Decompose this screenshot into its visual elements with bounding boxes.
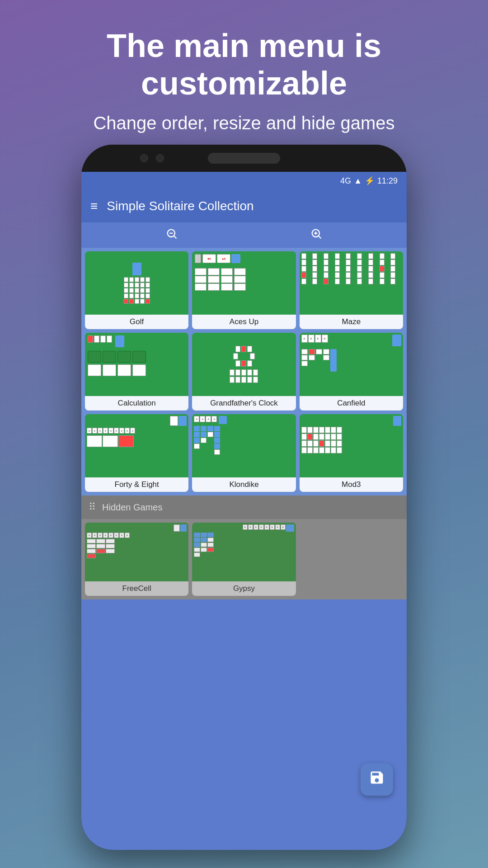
game-card-grandfathers-clock[interactable]: Grandfather's Clock: [192, 333, 296, 410]
time-display: 11:29: [377, 176, 398, 186]
game-card-forty-eight[interactable]: A A A A A A A A A: [85, 414, 188, 492]
game-preview-aces-up: ♥K ♦A: [192, 251, 296, 315]
app-title: Simple Solitaire Collection: [107, 199, 253, 213]
game-preview-klondike: A A A A: [192, 414, 296, 477]
status-bar: 4G ▲ ⚡ 11:29: [81, 172, 407, 190]
header-section: The main menu is customizable Change ord…: [0, 0, 488, 148]
app-bar: ≡ Simple Solitaire Collection: [81, 190, 407, 222]
game-label-calculation: Calculation: [85, 396, 188, 410]
battery-icon: ⚡: [365, 176, 375, 186]
main-title: The main menu is customizable: [36, 27, 452, 102]
game-label-aces-up: Aces Up: [192, 315, 296, 329]
drag-dots-icon: ⠿: [89, 501, 96, 513]
camera-right-icon: [156, 154, 164, 162]
game-card-calculation[interactable]: Calculation: [85, 333, 188, 410]
game-label-klondike: Klondike: [192, 477, 296, 492]
svg-line-4: [319, 236, 321, 238]
game-preview-maze: [300, 251, 403, 315]
game-preview-forty-eight: A A A A A A A A A: [85, 414, 188, 477]
hidden-games-bar: ⠿ Hidden Games: [81, 495, 407, 519]
camera-left-icon: [140, 154, 148, 162]
game-label-maze: Maze: [300, 315, 403, 329]
zoom-in-icon[interactable]: [310, 227, 323, 243]
main-subtitle: Change order, resize and hide games: [36, 111, 452, 135]
game-preview-grandfathers-clock: [192, 333, 296, 396]
hidden-preview-gypsy: A A A A A A A A: [192, 523, 296, 581]
hidden-label-gypsy: Gypsy: [192, 581, 296, 596]
signal-indicator: 4G: [340, 176, 351, 186]
save-icon: [369, 769, 385, 789]
game-label-golf: Golf: [85, 315, 188, 329]
game-label-mod3: Mod3: [300, 477, 403, 492]
game-card-aces-up[interactable]: ♥K ♦A: [192, 251, 296, 329]
zoom-out-icon[interactable]: [165, 227, 178, 243]
status-icons: 4G ▲ ⚡ 11:29: [340, 176, 398, 186]
hidden-game-freecell[interactable]: A A A A A A A A: [85, 523, 188, 596]
game-card-canfield[interactable]: K K K K: [300, 333, 403, 410]
svg-line-1: [174, 236, 176, 238]
game-card-klondike[interactable]: A A A A: [192, 414, 296, 492]
game-card-mod3[interactable]: Mod3: [300, 414, 403, 492]
game-label-grandfathers-clock: Grandfather's Clock: [192, 396, 296, 410]
game-grid: Golf ♥K ♦A: [81, 248, 407, 495]
phone-screen: 4G ▲ ⚡ 11:29 ≡ Simple Solitaire Collecti…: [81, 172, 407, 850]
wifi-icon: ▲: [354, 176, 362, 186]
hidden-game-gypsy[interactable]: A A A A A A A A: [192, 523, 296, 596]
game-label-canfield: Canfield: [300, 396, 403, 410]
zoom-bar: [81, 222, 407, 248]
game-preview-calculation: [85, 333, 188, 396]
game-card-maze[interactable]: Maze: [300, 251, 403, 329]
game-preview-canfield: K K K K: [300, 333, 403, 396]
game-preview-golf: [85, 251, 188, 315]
fab-save-button[interactable]: [361, 763, 393, 796]
phone-speaker: [208, 153, 280, 164]
hidden-preview-freecell: A A A A A A A A: [85, 523, 188, 581]
game-label-forty-eight: Forty & Eight: [85, 477, 188, 492]
phone-frame: 4G ▲ ⚡ 11:29 ≡ Simple Solitaire Collecti…: [81, 145, 407, 850]
game-preview-mod3: [300, 414, 403, 477]
hidden-games-grid: A A A A A A A A: [81, 519, 407, 599]
menu-icon[interactable]: ≡: [90, 199, 98, 213]
hidden-games-label: Hidden Games: [102, 502, 162, 513]
hidden-label-freecell: FreeCell: [85, 581, 188, 596]
phone-top-bar: [81, 145, 407, 172]
game-card-golf[interactable]: Golf: [85, 251, 188, 329]
